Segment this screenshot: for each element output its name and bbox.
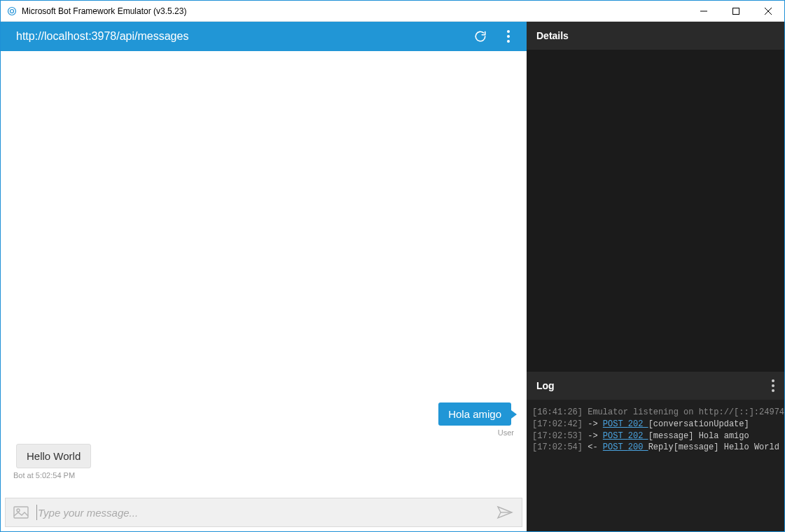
log-line: [17:02:54] <- POST 200 Reply[message] He… [532,442,779,454]
log-direction: <- [588,442,603,452]
svg-point-7 [17,509,20,512]
svg-point-1 [11,9,14,13]
log-line: [16:41:26] Emulator listening on http://… [532,407,779,419]
message-row: Hello World Bot at 5:02:54 PM [11,444,517,479]
log-text: [conversationUpdate] [648,419,749,429]
menu-button[interactable] [494,22,522,51]
maximize-button[interactable] [720,1,752,21]
message-input-bar [5,498,522,527]
message-bubble-wrap: Hello World [11,444,91,468]
chat-pane: http://localhost:3978/api/messages Hola … [1,22,527,531]
log-timestamp: [17:02:54] [532,442,588,452]
window-title: Microsoft Bot Framework Emulator (v3.5.2… [22,6,688,16]
svg-point-0 [8,7,16,15]
log-direction: -> [588,419,603,429]
log-method-link[interactable]: POST [603,431,628,441]
log-direction: -> [588,431,603,441]
log-line: [17:02:53] -> POST 202 [message] Hola am… [532,430,779,442]
message-meta: Bot at 5:02:54 PM [11,471,78,479]
attach-image-button[interactable] [13,506,29,519]
vertical-dots-icon [507,30,510,43]
refresh-button[interactable] [466,22,494,51]
message-input[interactable] [36,505,495,520]
log-method-link[interactable]: POST [603,419,628,429]
send-button[interactable] [495,505,515,519]
details-title: Details [536,30,569,41]
bot-message-bubble[interactable]: Hello World [16,444,91,468]
window-controls [688,1,784,21]
details-header: Details [527,22,784,50]
log-menu-button[interactable] [772,379,774,392]
app-icon [6,6,18,17]
details-body [527,50,784,372]
log-title: Log [536,380,555,391]
side-pane: Details Log [16:41:26] Emulator listenin… [527,22,784,531]
minimize-button[interactable] [688,1,720,21]
svg-rect-6 [14,507,28,518]
vertical-dots-icon [772,379,774,392]
log-timestamp: [17:02:42] [532,419,588,429]
log-status-link[interactable]: 200 [628,442,648,452]
message-row: Hola amigo User [11,402,517,437]
message-bubble-wrap: Hola amigo [438,402,517,426]
endpoint-url[interactable]: http://localhost:3978/api/messages [16,30,466,43]
address-bar: http://localhost:3978/api/messages [1,22,527,51]
log-timestamp: [16:41:26] [532,407,588,417]
user-message-bubble[interactable]: Hola amigo [438,402,511,426]
app-window: Microsoft Bot Framework Emulator (v3.5.2… [0,0,785,532]
close-button[interactable] [752,1,784,21]
log-method-link[interactable]: POST [603,442,628,452]
log-body: [16:41:26] Emulator listening on http://… [527,400,784,531]
log-text: [message] Hola amigo [648,431,749,441]
message-meta: User [495,428,517,437]
log-status-link[interactable]: 202 [628,419,648,429]
log-status-link[interactable]: 202 [628,431,648,441]
log-header: Log [527,372,784,400]
bubble-nub [511,410,517,419]
chat-area: Hola amigo User Hello World Bot at 5:02:… [1,51,527,493]
svg-rect-3 [733,8,739,14]
client-area: http://localhost:3978/api/messages Hola … [1,22,784,531]
log-timestamp: [17:02:53] [532,431,588,441]
log-line: [17:02:42] -> POST 202 [conversationUpda… [532,419,779,430]
log-text: Reply[message] Hello World [648,442,779,452]
log-text: Emulator listening on http://[::]:24974 [588,407,784,417]
titlebar: Microsoft Bot Framework Emulator (v3.5.2… [1,1,784,22]
